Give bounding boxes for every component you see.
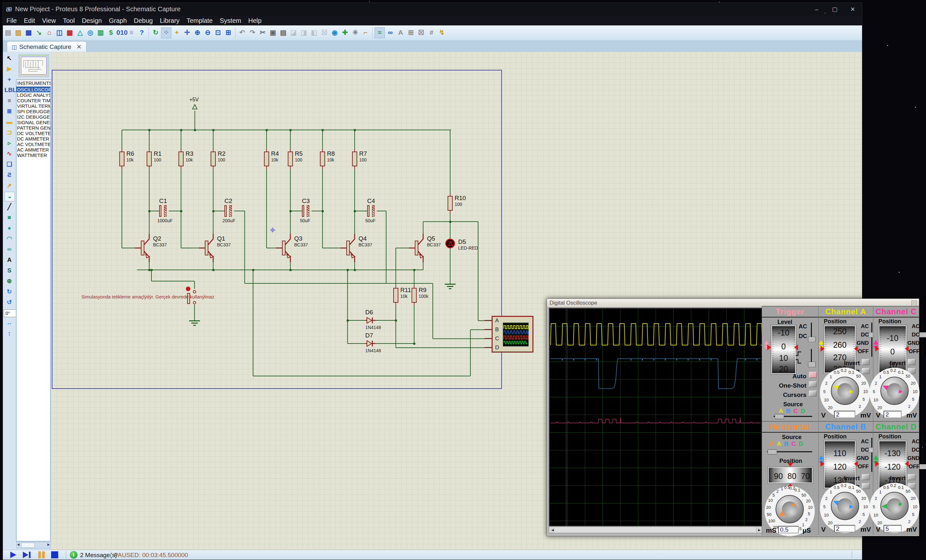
- instrument-item-i2c-debugger[interactable]: I2C DEBUGGER: [17, 114, 50, 120]
- stop-button[interactable]: [51, 551, 58, 558]
- capacitor-plate[interactable]: [229, 205, 232, 217]
- overview-minimap[interactable]: [19, 54, 49, 77]
- toolbar-icon-wire-autorouter[interactable]: ≈: [375, 27, 385, 38]
- resistor-R5[interactable]: [288, 151, 293, 166]
- mode-graph-mode[interactable]: ∿: [5, 149, 14, 158]
- toolbar-icon-bill-of-materials[interactable]: $: [106, 27, 116, 38]
- toolbar-icon-block-copy[interactable]: ◪: [289, 27, 298, 38]
- mode-rotation-angle[interactable]: 0°: [4, 309, 16, 317]
- resistor-R9[interactable]: [412, 288, 417, 303]
- mode-subcircuit-mode[interactable]: ▬: [5, 117, 14, 126]
- mode-y-mirror[interactable]: ↕: [5, 329, 14, 338]
- resistor-R10[interactable]: [448, 196, 453, 211]
- oscilloscope-scrollbar[interactable]: ◀ ▶: [549, 527, 763, 534]
- scroll-left-icon[interactable]: ◀: [549, 527, 555, 533]
- gain-value[interactable]: 2: [834, 411, 855, 418]
- toolbar-icon-origin[interactable]: +: [172, 27, 182, 38]
- toolbar-icon-packaging-tool[interactable]: ✳: [351, 27, 360, 38]
- toolbar-icon-property-assignment[interactable]: A: [396, 27, 406, 38]
- mode-virtual-instruments-mode[interactable]: ◒: [5, 192, 15, 201]
- gain-knob[interactable]: [776, 495, 804, 523]
- horizontal-position-dial[interactable]: 908070: [768, 467, 813, 483]
- toolbar-icon-save-project[interactable]: ▦: [24, 27, 33, 38]
- toolbar-icon-make-device[interactable]: ✚: [340, 27, 350, 38]
- toolbar-icon-schematic-capture[interactable]: ◫: [54, 27, 64, 38]
- toolbar-icon-new-project[interactable]: ▤: [3, 27, 13, 38]
- instrument-item-wattmeter[interactable]: WATTMETER: [17, 153, 50, 158]
- gain-value[interactable]: 2: [834, 525, 855, 532]
- close-button[interactable]: ✕: [848, 6, 858, 13]
- scroll-thumb[interactable]: [555, 527, 757, 533]
- toolbar-icon-electrical-rule-check[interactable]: ↯: [437, 27, 446, 38]
- capacitor-plate[interactable]: [372, 205, 375, 217]
- oscilloscope-screen[interactable]: [549, 308, 763, 527]
- message-count[interactable]: 2 Message(s): [80, 552, 117, 559]
- toolbar-icon-zoom-out[interactable]: ⊖: [203, 27, 213, 38]
- instrument-item-oscilloscope[interactable]: OSCILLOSCOPE: [17, 87, 50, 92]
- gain-knob[interactable]: [831, 377, 859, 405]
- mode-buses-mode[interactable]: ≣: [5, 107, 14, 116]
- mode-2d-box[interactable]: ■: [5, 213, 14, 222]
- mode-2d-line[interactable]: ╱: [5, 202, 14, 211]
- menu-view[interactable]: View: [39, 16, 59, 26]
- mode-x-mirror[interactable]: ↔: [5, 318, 14, 327]
- toolbar-icon-remove-sheet[interactable]: ☒: [416, 27, 426, 38]
- toolbar-icon-pan[interactable]: ✛: [182, 27, 192, 38]
- toolbar-icon-new-sheet[interactable]: ⊞: [406, 27, 416, 38]
- toolbar-icon-goto-sheet[interactable]: #: [427, 27, 436, 38]
- switch-actuator-icon[interactable]: [186, 287, 190, 291]
- menu-template[interactable]: Template: [183, 16, 216, 26]
- step-button[interactable]: [22, 551, 31, 559]
- capacitor-plate[interactable]: [307, 205, 309, 217]
- instrument-item-pattern-generator[interactable]: PATTERN GENERATOR: [17, 125, 50, 130]
- mode-junction-dot-mode[interactable]: +: [5, 75, 14, 84]
- trigger-edge-slider-thumb[interactable]: [808, 362, 816, 367]
- toolbar-icon-block-delete[interactable]: ☒: [319, 27, 329, 38]
- invert-button[interactable]: [908, 474, 916, 480]
- oscilloscope-part[interactable]: ABCD: [492, 316, 533, 353]
- instrument-item-dc-voltmeter[interactable]: DC VOLTMETER: [17, 130, 50, 136]
- toolbar-icon-home-page[interactable]: ⌂: [44, 27, 54, 38]
- instrument-item-spi-debugger[interactable]: SPI DEBUGGER: [17, 109, 50, 114]
- mode-2d-markers[interactable]: ⊕: [5, 277, 14, 286]
- info-icon[interactable]: i: [70, 551, 77, 559]
- gain-knob[interactable]: [831, 492, 859, 520]
- scroll-left-icon[interactable]: ◀: [17, 543, 20, 546]
- mode-2d-circle[interactable]: ●: [5, 224, 14, 233]
- led-D5[interactable]: [445, 239, 455, 248]
- a-plus-b-button[interactable]: [862, 483, 870, 489]
- toolbar-icon-search-and-tag[interactable]: ∞: [386, 27, 395, 38]
- mode-rotate-anticlockwise[interactable]: ↺: [5, 298, 14, 307]
- gain-value[interactable]: 2: [884, 411, 902, 418]
- mode-rotate-clockwise[interactable]: ↻: [5, 287, 14, 296]
- mode-component-mode[interactable]: ▶: [5, 64, 14, 73]
- toolbar-icon-zoom-area[interactable]: ⊡: [213, 27, 223, 38]
- toolbar-icon-design-explorer[interactable]: ▥: [96, 27, 106, 38]
- toolbar-icon-cut[interactable]: ✂: [258, 27, 268, 38]
- one-shot-button[interactable]: [809, 381, 817, 387]
- menu-design[interactable]: Design: [78, 16, 105, 26]
- timebase-value[interactable]: 0.5: [778, 526, 799, 533]
- toolbar-icon-zoom-in[interactable]: ⊕: [192, 27, 202, 38]
- scroll-thumb[interactable]: [21, 543, 35, 548]
- cursors-button[interactable]: [809, 390, 817, 397]
- instrument-item-virtual-terminal[interactable]: VIRTUAL TERMINAL: [17, 103, 50, 109]
- toolbar-icon-import-project[interactable]: ↘: [34, 27, 44, 38]
- horizontal-source-slider-thumb[interactable]: [768, 450, 777, 454]
- toolbar-icon-redraw[interactable]: ↻: [151, 27, 160, 38]
- trigger-coupling-slider-thumb[interactable]: [808, 337, 816, 342]
- menu-debug[interactable]: Debug: [130, 16, 156, 26]
- toolbar-icon-pcb-layout[interactable]: ▩: [65, 27, 74, 38]
- resistor-R6[interactable]: [119, 151, 124, 166]
- mode-2d-arc[interactable]: ◠: [5, 234, 14, 243]
- toolbar-icon-redo[interactable]: ↷: [248, 27, 257, 38]
- toolbar-icon-project-notes[interactable]: ≡: [127, 27, 136, 38]
- toolbar-icon-help[interactable]: ?: [137, 27, 147, 38]
- tab-schematic-capture[interactable]: ◫Schematic Capture✕: [7, 41, 86, 52]
- instrument-item-logic-analyser[interactable]: LOGIC ANALYSER: [17, 92, 50, 98]
- toolbar-icon-simulation-log[interactable]: 010: [117, 27, 126, 38]
- minimize-button[interactable]: –: [812, 6, 822, 13]
- toolbar-icon-copy[interactable]: ▣: [268, 27, 278, 38]
- resistor-R11[interactable]: [393, 288, 398, 303]
- trigger-level-dial[interactable]: -1001020: [771, 325, 796, 374]
